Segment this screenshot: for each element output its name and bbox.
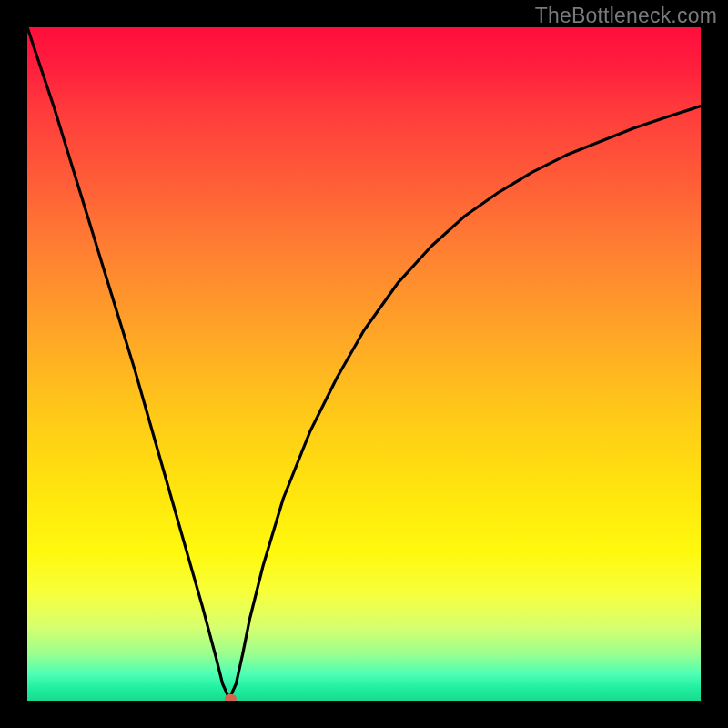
watermark-text: TheBottleneck.com [535, 4, 717, 28]
bottleneck-curve-svg [27, 27, 701, 701]
plot-area [27, 27, 701, 701]
chart-frame: TheBottleneck.com [0, 0, 728, 728]
bottleneck-curve [27, 27, 701, 699]
